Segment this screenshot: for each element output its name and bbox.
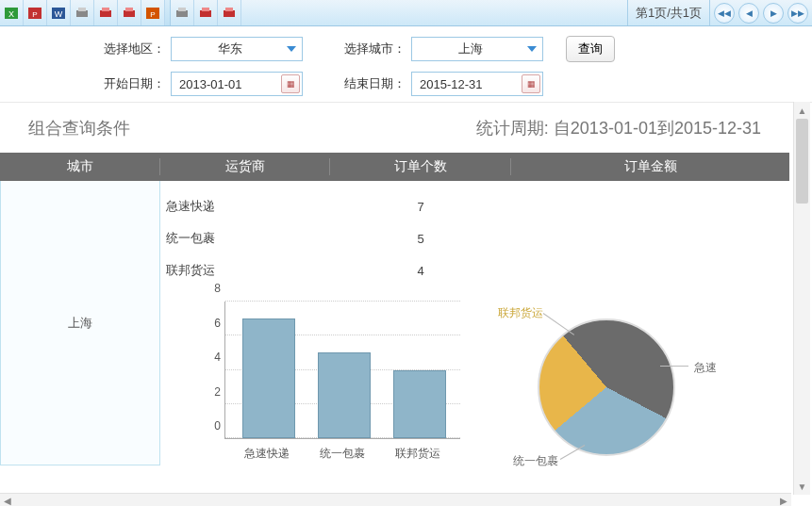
pie-label-fedex: 联邦货运 — [498, 305, 543, 321]
ship-cell: 统一包裹 — [160, 230, 330, 247]
col-ship: 运货商 — [160, 158, 330, 175]
svg-rect-7 — [78, 8, 86, 11]
svg-rect-10 — [124, 10, 135, 17]
svg-text:P: P — [32, 10, 37, 19]
svg-rect-19 — [225, 8, 233, 11]
scroll-right-icon[interactable]: ▶ — [776, 494, 791, 506]
svg-text:W: W — [55, 9, 63, 19]
city-label: 选择城市： — [325, 41, 406, 57]
chevron-down-icon — [525, 43, 539, 55]
report-title-left: 组合查询条件 — [28, 117, 130, 139]
pie-label-unity: 统一包裹 — [513, 453, 558, 469]
export-excel-icon[interactable]: X — [0, 0, 24, 25]
export-ppt-icon[interactable]: P — [141, 0, 165, 25]
svg-rect-8 — [100, 10, 111, 17]
nav-buttons: ◀◀ ◀ ▶ ▶▶ — [710, 0, 812, 25]
calendar-icon: ▦ — [281, 74, 300, 93]
table-row: 联邦货运4 — [160, 254, 789, 286]
bar-chart: 02468急速快递统一包裹联邦货运 — [192, 296, 466, 465]
svg-rect-16 — [200, 10, 211, 17]
last-page-button[interactable]: ▶▶ — [787, 3, 808, 24]
count-cell: 7 — [330, 200, 511, 214]
calendar-icon: ▦ — [522, 74, 540, 93]
svg-rect-17 — [202, 8, 209, 11]
table-header: 城市 运货商 订单个数 订单金额 — [0, 153, 789, 181]
next-page-button[interactable]: ▶ — [763, 3, 784, 24]
scroll-down-icon[interactable]: ▼ — [794, 478, 810, 495]
start-date-input[interactable]: 2013-01-01▦ — [171, 72, 303, 96]
chevron-down-icon — [285, 43, 298, 55]
svg-rect-9 — [102, 8, 109, 11]
vertical-scrollbar[interactable]: ▲ ▼ — [793, 102, 810, 495]
col-amount: 订单金额 — [511, 158, 789, 175]
svg-rect-11 — [125, 8, 133, 11]
report-area: 组合查询条件 统计周期: 自2013-01-01到2015-12-31 城市 运… — [0, 102, 789, 495]
pie-label-speed: 急速 — [694, 360, 717, 376]
data-rows: 急速快递7统一包裹5联邦货运4 — [160, 181, 789, 292]
pie-chart: 联邦货运 急速 统一包裹 — [494, 305, 711, 465]
report-title-right: 统计周期: 自2013-01-01到2015-12-31 — [476, 117, 761, 139]
end-date-label: 结束日期： — [325, 75, 406, 92]
export-word-icon[interactable]: W — [47, 0, 71, 25]
print-icon[interactable] — [71, 0, 94, 25]
svg-rect-18 — [224, 10, 235, 17]
region-select[interactable]: 华东 — [171, 37, 303, 61]
ship-cell: 急速快递 — [160, 198, 330, 215]
svg-rect-14 — [176, 10, 188, 17]
city-select[interactable]: 上海 — [411, 37, 543, 61]
start-date-label: 开始日期： — [85, 75, 165, 92]
export-pdf-icon[interactable]: P — [24, 0, 47, 25]
first-page-button[interactable]: ◀◀ — [714, 3, 735, 24]
scroll-left-icon[interactable]: ◀ — [0, 494, 15, 506]
horizontal-scrollbar[interactable]: ◀ ▶ — [0, 493, 791, 506]
export-red4-icon[interactable] — [218, 0, 241, 25]
print2-icon[interactable] — [171, 0, 194, 25]
prev-page-button[interactable]: ◀ — [738, 3, 759, 24]
filter-panel: 选择地区： 华东 选择城市： 上海 查询 开始日期： 2013-01-01▦ 结… — [0, 26, 812, 103]
region-label: 选择地区： — [85, 41, 165, 57]
ship-cell: 联邦货运 — [160, 262, 330, 279]
page-info: 第1页/共1页 — [627, 0, 710, 25]
svg-rect-15 — [178, 8, 186, 11]
svg-rect-6 — [76, 10, 88, 17]
col-count: 订单个数 — [330, 158, 511, 175]
query-button[interactable]: 查询 — [566, 36, 615, 62]
end-date-input[interactable]: 2015-12-31▦ — [411, 72, 543, 96]
city-cell: 上海 — [0, 181, 160, 465]
table-body: 上海 急速快递7统一包裹5联邦货运4 02468急速快递统一包裹联邦货运 联邦货… — [0, 181, 789, 465]
export-red1-icon[interactable] — [94, 0, 118, 25]
scroll-up-icon[interactable]: ▲ — [794, 102, 810, 119]
toolbar: X P W P 第1页/共1页 ◀◀ ◀ ▶ ▶▶ — [0, 0, 812, 26]
count-cell: 4 — [330, 264, 511, 278]
export-red2-icon[interactable] — [118, 0, 141, 25]
table-row: 统一包裹5 — [160, 222, 789, 254]
svg-text:X: X — [8, 9, 14, 19]
scroll-thumb[interactable] — [796, 119, 808, 204]
col-city: 城市 — [0, 158, 160, 175]
svg-text:P: P — [150, 10, 155, 19]
export-red3-icon[interactable] — [194, 0, 218, 25]
toolbar-left: X P W P — [0, 0, 241, 25]
count-cell: 5 — [330, 232, 511, 246]
table-row: 急速快递7 — [160, 190, 789, 222]
